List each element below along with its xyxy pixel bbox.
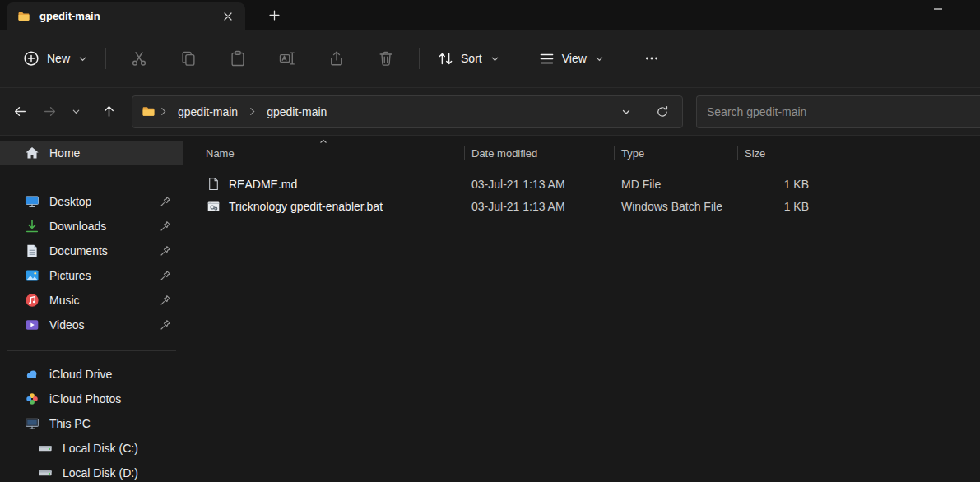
sort-button-label: Sort (461, 52, 482, 65)
column-header-size[interactable]: Size (738, 141, 820, 165)
column-header-type[interactable]: Type (615, 141, 737, 165)
pin-icon (160, 319, 171, 331)
sidebar-divider (0, 337, 183, 362)
sidebar-item-downloads[interactable]: Downloads (2, 214, 181, 239)
file-size: 1 KB (738, 200, 820, 213)
forward-button[interactable] (35, 97, 64, 127)
column-header-label: Name (206, 147, 235, 160)
chevron-right-icon (248, 107, 257, 116)
recent-locations-button[interactable] (64, 97, 87, 127)
column-header-name[interactable]: Name (183, 141, 464, 165)
column-header-date-modified[interactable]: Date modified (465, 141, 614, 165)
search-input[interactable] (697, 96, 980, 127)
sidebar-item-this-pc[interactable]: This PC (2, 411, 181, 436)
pin-icon (160, 245, 171, 257)
new-button-label: New (47, 52, 70, 65)
sidebar-item-label: This PC (49, 417, 91, 430)
caret-up-icon (319, 139, 327, 144)
new-tab-button[interactable] (262, 4, 286, 25)
delete-icon (378, 50, 394, 67)
sidebar: Home Desktop Downloads Documents Pict (0, 136, 183, 482)
sidebar-item-music[interactable]: Music (2, 288, 181, 313)
delete-button[interactable] (368, 43, 404, 74)
folder-icon (16, 10, 31, 23)
file-row-readme[interactable]: README.md 03-Jul-21 1:13 AM MD File 1 KB (183, 173, 980, 195)
breadcrumb-gpedit-main-1[interactable]: gpedit-main (171, 102, 244, 122)
sidebar-item-label: Documents (49, 244, 108, 257)
music-icon (25, 293, 39, 308)
rename-icon (279, 50, 295, 67)
paste-button[interactable] (220, 43, 256, 74)
pin-icon (160, 196, 171, 207)
more-options-button[interactable] (635, 43, 668, 74)
address-dropdown-button[interactable] (615, 100, 638, 123)
sidebar-item-label: Music (49, 294, 80, 307)
view-button[interactable]: View (529, 44, 614, 73)
sidebar-item-label: Local Disk (C:) (63, 442, 138, 455)
chevron-down-icon (72, 107, 81, 116)
chevron-down-icon (490, 54, 499, 63)
sidebar-item-desktop[interactable]: Desktop (2, 189, 181, 214)
sidebar-item-local-disk-d[interactable]: Local Disk (D:) (2, 461, 181, 482)
titlebar: gpedit-main (0, 0, 980, 30)
minimize-button[interactable] (926, 0, 950, 18)
sidebar-item-icloud-drive[interactable]: iCloud Drive (2, 362, 181, 387)
file-rows: README.md 03-Jul-21 1:13 AM MD File 1 KB… (183, 173, 980, 217)
desktop-icon (25, 194, 39, 209)
new-button[interactable]: New (13, 44, 97, 73)
plus-icon (269, 10, 280, 21)
breadcrumb-gpedit-main-2[interactable]: gpedit-main (260, 102, 333, 122)
column-separator[interactable] (820, 146, 820, 160)
file-list: Name Date modified Type Size (183, 136, 980, 482)
back-button[interactable] (5, 97, 35, 127)
more-icon (644, 51, 659, 66)
close-icon (223, 12, 233, 21)
file-row-gpedit-enabler[interactable]: Tricknology gpedit-enabler.bat 03-Jul-21… (183, 195, 980, 217)
search-box (696, 95, 980, 128)
folder-icon (141, 104, 156, 118)
sidebar-item-pictures[interactable]: Pictures (2, 263, 181, 288)
chevron-down-icon (621, 107, 631, 117)
videos-icon (25, 317, 39, 332)
explorer-body: Home Desktop Downloads Documents Pict (0, 136, 980, 482)
share-button[interactable] (318, 43, 355, 74)
sidebar-item-label: Pictures (49, 269, 91, 282)
file-date-modified: 03-Jul-21 1:13 AM (465, 178, 615, 191)
share-icon (328, 50, 345, 67)
address-bar[interactable]: gpedit-main gpedit-main (132, 95, 683, 128)
cut-icon (131, 50, 147, 67)
copy-button[interactable] (170, 43, 207, 74)
paste-icon (230, 50, 246, 67)
sort-button[interactable]: Sort (428, 44, 509, 73)
file-icon (206, 177, 221, 191)
batch-file-icon (206, 199, 221, 213)
sidebar-item-label: Videos (49, 318, 85, 331)
sidebar-item-label: iCloud Drive (49, 368, 112, 381)
copy-icon (180, 50, 197, 67)
refresh-button[interactable] (651, 100, 674, 123)
column-header-label: Size (745, 147, 765, 160)
sidebar-item-icloud-photos[interactable]: iCloud Photos (2, 387, 181, 411)
up-button[interactable] (94, 97, 123, 127)
sidebar-item-home[interactable]: Home (0, 141, 183, 165)
documents-icon (25, 243, 39, 258)
file-name: README.md (229, 178, 297, 191)
tab-close-button[interactable] (217, 7, 239, 26)
icloud-photos-icon (25, 392, 39, 406)
sidebar-item-documents[interactable]: Documents (2, 239, 181, 263)
this-pc-icon (25, 416, 39, 431)
file-type: MD File (615, 178, 738, 191)
cut-button[interactable] (121, 43, 157, 74)
rename-button[interactable] (269, 43, 305, 74)
sidebar-item-local-disk-c[interactable]: Local Disk (C:) (2, 436, 181, 461)
pictures-icon (25, 268, 39, 283)
sidebar-item-label: Local Disk (D:) (63, 466, 138, 480)
downloads-icon (25, 219, 39, 234)
sidebar-item-videos[interactable]: Videos (2, 313, 181, 337)
sidebar-item-label: Downloads (49, 220, 106, 233)
tab-gpedit-main[interactable]: gpedit-main (7, 2, 245, 30)
column-header-label: Date modified (471, 147, 537, 160)
chevron-down-icon (595, 54, 604, 63)
refresh-icon (656, 105, 669, 118)
sidebar-item-label: Desktop (49, 195, 91, 208)
